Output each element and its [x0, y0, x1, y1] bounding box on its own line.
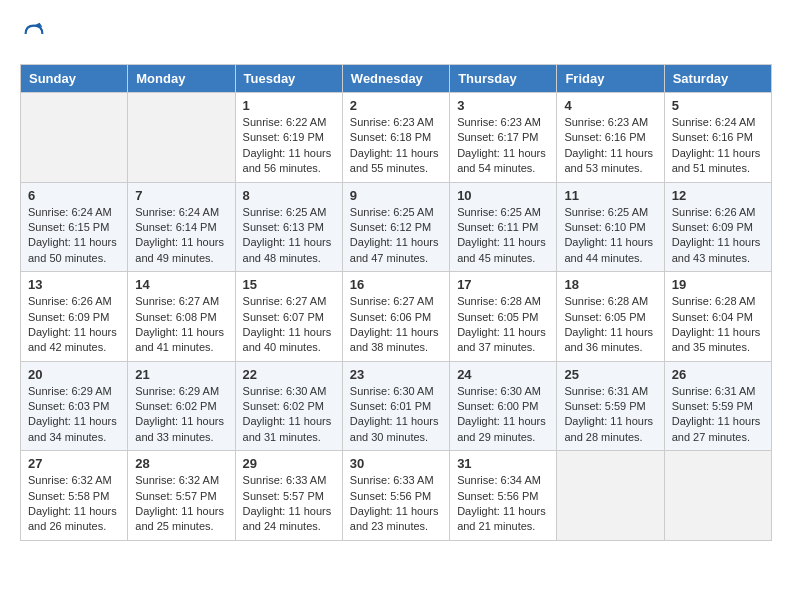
day-number: 8	[243, 188, 335, 203]
day-number: 30	[350, 456, 442, 471]
calendar-cell: 10Sunrise: 6:25 AMSunset: 6:11 PMDayligh…	[450, 182, 557, 272]
calendar-cell: 6Sunrise: 6:24 AMSunset: 6:15 PMDaylight…	[21, 182, 128, 272]
day-number: 24	[457, 367, 549, 382]
cell-details: Sunrise: 6:31 AMSunset: 5:59 PMDaylight:…	[672, 384, 764, 446]
calendar-week-row: 6Sunrise: 6:24 AMSunset: 6:15 PMDaylight…	[21, 182, 772, 272]
cell-details: Sunrise: 6:23 AMSunset: 6:17 PMDaylight:…	[457, 115, 549, 177]
cell-details: Sunrise: 6:28 AMSunset: 6:04 PMDaylight:…	[672, 294, 764, 356]
calendar-cell: 28Sunrise: 6:32 AMSunset: 5:57 PMDayligh…	[128, 451, 235, 541]
day-number: 26	[672, 367, 764, 382]
calendar-cell: 26Sunrise: 6:31 AMSunset: 5:59 PMDayligh…	[664, 361, 771, 451]
day-number: 1	[243, 98, 335, 113]
cell-details: Sunrise: 6:27 AMSunset: 6:06 PMDaylight:…	[350, 294, 442, 356]
calendar-cell: 24Sunrise: 6:30 AMSunset: 6:00 PMDayligh…	[450, 361, 557, 451]
calendar-cell: 30Sunrise: 6:33 AMSunset: 5:56 PMDayligh…	[342, 451, 449, 541]
day-number: 23	[350, 367, 442, 382]
cell-details: Sunrise: 6:30 AMSunset: 6:01 PMDaylight:…	[350, 384, 442, 446]
calendar-cell: 16Sunrise: 6:27 AMSunset: 6:06 PMDayligh…	[342, 272, 449, 362]
calendar-cell: 17Sunrise: 6:28 AMSunset: 6:05 PMDayligh…	[450, 272, 557, 362]
calendar-cell: 9Sunrise: 6:25 AMSunset: 6:12 PMDaylight…	[342, 182, 449, 272]
calendar-table: SundayMondayTuesdayWednesdayThursdayFrid…	[20, 64, 772, 541]
calendar-cell: 15Sunrise: 6:27 AMSunset: 6:07 PMDayligh…	[235, 272, 342, 362]
calendar-cell: 31Sunrise: 6:34 AMSunset: 5:56 PMDayligh…	[450, 451, 557, 541]
day-number: 16	[350, 277, 442, 292]
calendar-cell: 1Sunrise: 6:22 AMSunset: 6:19 PMDaylight…	[235, 93, 342, 183]
day-header-wednesday: Wednesday	[342, 65, 449, 93]
cell-details: Sunrise: 6:32 AMSunset: 5:58 PMDaylight:…	[28, 473, 120, 535]
day-number: 21	[135, 367, 227, 382]
day-number: 9	[350, 188, 442, 203]
calendar-cell: 13Sunrise: 6:26 AMSunset: 6:09 PMDayligh…	[21, 272, 128, 362]
calendar-cell: 20Sunrise: 6:29 AMSunset: 6:03 PMDayligh…	[21, 361, 128, 451]
day-number: 22	[243, 367, 335, 382]
cell-details: Sunrise: 6:22 AMSunset: 6:19 PMDaylight:…	[243, 115, 335, 177]
calendar-cell	[128, 93, 235, 183]
calendar-week-row: 1Sunrise: 6:22 AMSunset: 6:19 PMDaylight…	[21, 93, 772, 183]
day-header-saturday: Saturday	[664, 65, 771, 93]
calendar-cell: 22Sunrise: 6:30 AMSunset: 6:02 PMDayligh…	[235, 361, 342, 451]
cell-details: Sunrise: 6:30 AMSunset: 6:00 PMDaylight:…	[457, 384, 549, 446]
calendar-cell: 29Sunrise: 6:33 AMSunset: 5:57 PMDayligh…	[235, 451, 342, 541]
logo-icon	[20, 20, 48, 48]
day-number: 5	[672, 98, 764, 113]
day-number: 12	[672, 188, 764, 203]
calendar-cell: 25Sunrise: 6:31 AMSunset: 5:59 PMDayligh…	[557, 361, 664, 451]
day-number: 29	[243, 456, 335, 471]
calendar-cell: 19Sunrise: 6:28 AMSunset: 6:04 PMDayligh…	[664, 272, 771, 362]
cell-details: Sunrise: 6:30 AMSunset: 6:02 PMDaylight:…	[243, 384, 335, 446]
day-number: 25	[564, 367, 656, 382]
cell-details: Sunrise: 6:25 AMSunset: 6:11 PMDaylight:…	[457, 205, 549, 267]
day-number: 17	[457, 277, 549, 292]
calendar-cell: 23Sunrise: 6:30 AMSunset: 6:01 PMDayligh…	[342, 361, 449, 451]
day-number: 6	[28, 188, 120, 203]
cell-details: Sunrise: 6:27 AMSunset: 6:07 PMDaylight:…	[243, 294, 335, 356]
calendar-cell	[21, 93, 128, 183]
cell-details: Sunrise: 6:32 AMSunset: 5:57 PMDaylight:…	[135, 473, 227, 535]
cell-details: Sunrise: 6:33 AMSunset: 5:57 PMDaylight:…	[243, 473, 335, 535]
calendar-week-row: 27Sunrise: 6:32 AMSunset: 5:58 PMDayligh…	[21, 451, 772, 541]
calendar-cell: 27Sunrise: 6:32 AMSunset: 5:58 PMDayligh…	[21, 451, 128, 541]
cell-details: Sunrise: 6:27 AMSunset: 6:08 PMDaylight:…	[135, 294, 227, 356]
cell-details: Sunrise: 6:26 AMSunset: 6:09 PMDaylight:…	[672, 205, 764, 267]
calendar-header-row: SundayMondayTuesdayWednesdayThursdayFrid…	[21, 65, 772, 93]
day-number: 31	[457, 456, 549, 471]
day-number: 2	[350, 98, 442, 113]
calendar-cell: 4Sunrise: 6:23 AMSunset: 6:16 PMDaylight…	[557, 93, 664, 183]
day-number: 4	[564, 98, 656, 113]
cell-details: Sunrise: 6:24 AMSunset: 6:15 PMDaylight:…	[28, 205, 120, 267]
cell-details: Sunrise: 6:31 AMSunset: 5:59 PMDaylight:…	[564, 384, 656, 446]
day-number: 18	[564, 277, 656, 292]
cell-details: Sunrise: 6:25 AMSunset: 6:12 PMDaylight:…	[350, 205, 442, 267]
calendar-cell: 5Sunrise: 6:24 AMSunset: 6:16 PMDaylight…	[664, 93, 771, 183]
cell-details: Sunrise: 6:24 AMSunset: 6:14 PMDaylight:…	[135, 205, 227, 267]
calendar-cell: 21Sunrise: 6:29 AMSunset: 6:02 PMDayligh…	[128, 361, 235, 451]
cell-details: Sunrise: 6:23 AMSunset: 6:16 PMDaylight:…	[564, 115, 656, 177]
cell-details: Sunrise: 6:26 AMSunset: 6:09 PMDaylight:…	[28, 294, 120, 356]
day-number: 11	[564, 188, 656, 203]
page-header	[20, 20, 772, 48]
day-number: 13	[28, 277, 120, 292]
day-number: 7	[135, 188, 227, 203]
cell-details: Sunrise: 6:23 AMSunset: 6:18 PMDaylight:…	[350, 115, 442, 177]
day-number: 15	[243, 277, 335, 292]
day-number: 20	[28, 367, 120, 382]
cell-details: Sunrise: 6:28 AMSunset: 6:05 PMDaylight:…	[564, 294, 656, 356]
day-number: 14	[135, 277, 227, 292]
calendar-cell: 8Sunrise: 6:25 AMSunset: 6:13 PMDaylight…	[235, 182, 342, 272]
cell-details: Sunrise: 6:29 AMSunset: 6:02 PMDaylight:…	[135, 384, 227, 446]
cell-details: Sunrise: 6:28 AMSunset: 6:05 PMDaylight:…	[457, 294, 549, 356]
cell-details: Sunrise: 6:34 AMSunset: 5:56 PMDaylight:…	[457, 473, 549, 535]
day-header-sunday: Sunday	[21, 65, 128, 93]
cell-details: Sunrise: 6:24 AMSunset: 6:16 PMDaylight:…	[672, 115, 764, 177]
day-header-monday: Monday	[128, 65, 235, 93]
day-number: 27	[28, 456, 120, 471]
calendar-cell: 18Sunrise: 6:28 AMSunset: 6:05 PMDayligh…	[557, 272, 664, 362]
calendar-cell: 14Sunrise: 6:27 AMSunset: 6:08 PMDayligh…	[128, 272, 235, 362]
cell-details: Sunrise: 6:33 AMSunset: 5:56 PMDaylight:…	[350, 473, 442, 535]
day-number: 10	[457, 188, 549, 203]
day-header-tuesday: Tuesday	[235, 65, 342, 93]
day-number: 28	[135, 456, 227, 471]
logo	[20, 20, 52, 48]
calendar-cell: 7Sunrise: 6:24 AMSunset: 6:14 PMDaylight…	[128, 182, 235, 272]
calendar-cell	[664, 451, 771, 541]
